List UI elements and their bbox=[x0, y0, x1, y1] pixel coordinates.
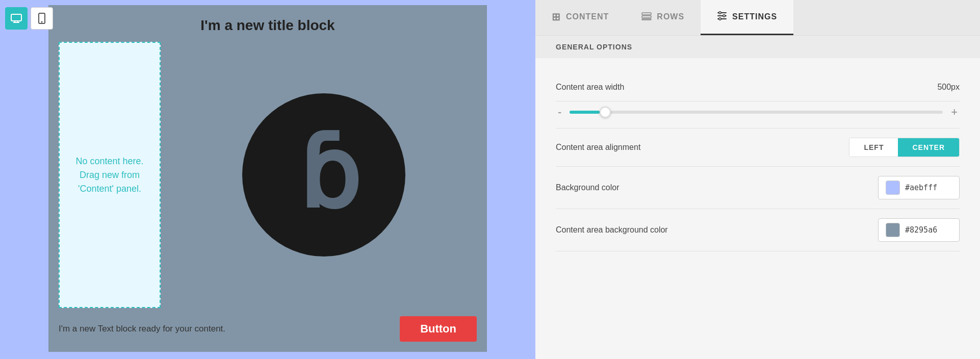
svg-rect-8 bbox=[642, 19, 651, 20]
tab-settings[interactable]: SETTINGS bbox=[701, 0, 793, 35]
tab-rows-label: ROWS bbox=[657, 12, 684, 21]
content-width-row: Content area width 500px bbox=[556, 73, 960, 101]
bg-color-preview bbox=[886, 181, 900, 195]
section-header: GENERAL OPTIONS bbox=[535, 36, 980, 58]
svg-rect-12 bbox=[719, 12, 721, 14]
mobile-button[interactable] bbox=[31, 7, 53, 30]
content-area-bg-hex: #8295a6 bbox=[905, 225, 937, 235]
alignment-label: Content area alignment bbox=[556, 143, 640, 152]
logo-circle: ɓ bbox=[242, 93, 405, 257]
svg-rect-6 bbox=[642, 13, 651, 15]
content-width-value: 500px bbox=[937, 83, 960, 92]
tab-content[interactable]: ⊞ CONTENT bbox=[535, 0, 625, 35]
content-area-bg-preview bbox=[886, 223, 900, 237]
desktop-button[interactable] bbox=[5, 7, 28, 30]
slider-fill bbox=[570, 111, 600, 114]
tab-settings-label: SETTINGS bbox=[732, 12, 777, 21]
content-area-bg-label: Content area background color bbox=[556, 225, 668, 235]
slider-row: - + bbox=[556, 101, 960, 129]
svg-rect-14 bbox=[719, 18, 721, 20]
content-area-bg-row: Content area background color #8295a6 bbox=[556, 209, 960, 251]
content-row: No content here. Drag new from 'Content'… bbox=[48, 42, 487, 308]
bg-color-label: Background color bbox=[556, 183, 620, 192]
tab-rows[interactable]: ROWS bbox=[625, 0, 701, 35]
svg-rect-13 bbox=[723, 15, 725, 17]
alignment-row: Content area alignment LEFT CENTER bbox=[556, 129, 960, 167]
settings-tab-icon bbox=[717, 11, 727, 23]
tab-content-label: CONTENT bbox=[566, 12, 609, 21]
bg-color-hex: #aebfff bbox=[905, 183, 937, 192]
svg-rect-7 bbox=[642, 16, 651, 18]
title-block: I'm a new title block bbox=[48, 5, 487, 42]
bg-color-swatch[interactable]: #aebfff bbox=[878, 176, 960, 199]
logo-letter: ɓ bbox=[293, 126, 355, 223]
empty-content-block[interactable]: No content here. Drag new from 'Content'… bbox=[59, 42, 161, 308]
slider-plus[interactable]: + bbox=[949, 106, 960, 119]
bottom-row: I'm a new Text block ready for your cont… bbox=[48, 308, 487, 352]
device-toolbar bbox=[5, 7, 53, 30]
canvas-area: I'm a new title block No content here. D… bbox=[0, 0, 535, 359]
slider-track[interactable] bbox=[570, 111, 943, 114]
content-frame: I'm a new title block No content here. D… bbox=[48, 5, 487, 352]
slider-minus[interactable]: - bbox=[556, 106, 563, 119]
slider-thumb[interactable] bbox=[600, 107, 611, 118]
alignment-buttons: LEFT CENTER bbox=[849, 138, 960, 157]
logo-area: ɓ bbox=[171, 42, 477, 308]
right-panel: ⊞ CONTENT ROWS bbox=[535, 0, 980, 359]
align-left-button[interactable]: LEFT bbox=[849, 138, 898, 157]
text-block: I'm a new Text block ready for your cont… bbox=[59, 324, 400, 334]
content-area-bg-swatch[interactable]: #8295a6 bbox=[878, 218, 960, 242]
svg-rect-0 bbox=[11, 14, 21, 21]
empty-content-text: No content here. Drag new from 'Content'… bbox=[68, 155, 151, 196]
content-tab-icon: ⊞ bbox=[552, 11, 561, 23]
svg-point-5 bbox=[41, 21, 43, 23]
rows-tab-icon bbox=[641, 11, 652, 23]
bg-color-row: Background color #aebfff bbox=[556, 167, 960, 209]
panel-content: GENERAL OPTIONS Content area width 500px… bbox=[535, 36, 980, 359]
align-center-button[interactable]: CENTER bbox=[898, 138, 959, 157]
content-button[interactable]: Button bbox=[400, 316, 477, 342]
tabs-header: ⊞ CONTENT ROWS bbox=[535, 0, 980, 36]
content-width-label: Content area width bbox=[556, 83, 624, 92]
